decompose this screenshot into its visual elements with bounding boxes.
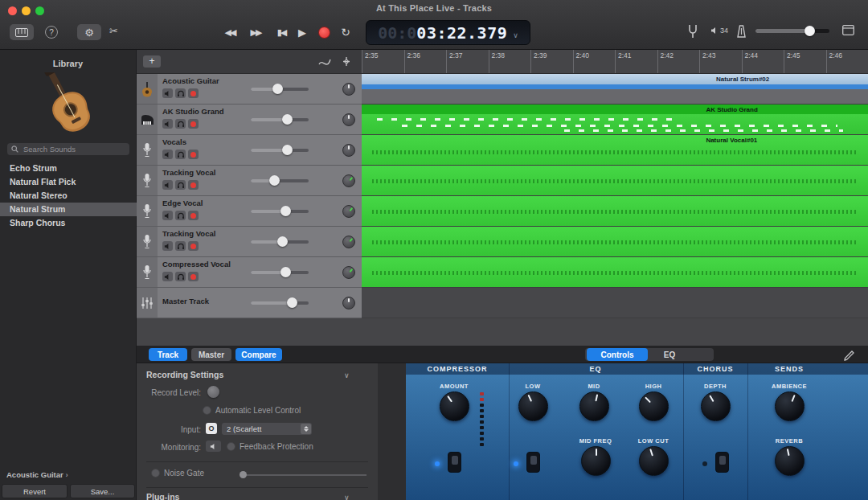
- mute-button[interactable]: [162, 119, 173, 129]
- track-header-tracking-vocal-2[interactable]: Tracking Vocal: [137, 227, 362, 257]
- lcd-display[interactable]: 00:003:22.379 ∨: [366, 20, 530, 45]
- empty-track-area[interactable]: [137, 318, 868, 346]
- record-level-knob[interactable]: [207, 386, 219, 398]
- mixer-icon[interactable]: [318, 56, 331, 67]
- go-to-beginning-button[interactable]: ▮◀: [272, 23, 291, 42]
- auto-level-checkbox[interactable]: [203, 406, 211, 415]
- pan-knob[interactable]: [342, 83, 355, 96]
- track-header-tracking-vocal[interactable]: Tracking Vocal: [137, 166, 362, 196]
- cycle-button[interactable]: ↻: [338, 23, 354, 42]
- eq-low-knob[interactable]: [518, 391, 548, 421]
- save-button[interactable]: Save...: [70, 484, 135, 498]
- region-body[interactable]: [362, 84, 868, 89]
- solo-button[interactable]: [175, 241, 186, 251]
- input-format-button[interactable]: O: [206, 423, 217, 434]
- help-button[interactable]: ?: [45, 26, 58, 39]
- noise-gate-thumb[interactable]: [240, 471, 247, 478]
- track-volume-slider[interactable]: [251, 271, 309, 274]
- pan-knob[interactable]: [342, 236, 355, 248]
- slider-thumb[interactable]: [287, 297, 297, 308]
- compressor-amount-knob[interactable]: [440, 391, 469, 421]
- solo-button[interactable]: [175, 211, 186, 220]
- library-item-echo-strum[interactable]: Echo Strum: [0, 162, 137, 175]
- mute-button[interactable]: [162, 241, 173, 251]
- library-search[interactable]: [7, 143, 129, 155]
- record-enable-button[interactable]: [188, 272, 199, 281]
- slider-thumb[interactable]: [269, 175, 280, 186]
- record-enable-button[interactable]: [188, 150, 199, 159]
- solo-button[interactable]: [175, 180, 186, 190]
- stepper-icon[interactable]: [301, 424, 311, 434]
- tab-compare[interactable]: Compare: [235, 348, 282, 361]
- chevron-down-icon[interactable]: ∨: [344, 371, 350, 379]
- record-enable-button[interactable]: [188, 211, 199, 220]
- input-source-select[interactable]: 2 (Scarlett: [222, 423, 312, 435]
- mute-button[interactable]: [162, 150, 173, 159]
- lane-compressed-vocal[interactable]: [362, 257, 868, 288]
- solo-button[interactable]: [175, 119, 186, 129]
- track-volume-slider[interactable]: [251, 179, 309, 182]
- track-header-master[interactable]: Master Track: [137, 288, 362, 318]
- track-volume-slider[interactable]: [251, 240, 309, 244]
- record-enable-button[interactable]: [188, 180, 199, 190]
- library-item-natural-flat-pick[interactable]: Natural Flat Pick: [0, 175, 137, 189]
- lane-vocals[interactable]: Natural Vocal#01: [362, 135, 868, 166]
- mute-button[interactable]: [162, 88, 173, 98]
- master-track-volume-slider[interactable]: [251, 301, 309, 305]
- lane-ak-studio-grand[interactable]: AK Studio Grand: [362, 105, 868, 135]
- lane-tracking-vocal-2[interactable]: [362, 227, 868, 257]
- pan-knob[interactable]: [342, 174, 355, 187]
- track-volume-slider[interactable]: [251, 118, 309, 121]
- chevron-down-icon[interactable]: ∨: [344, 494, 350, 500]
- library-item-sharp-chorus[interactable]: Sharp Chorus: [0, 216, 137, 230]
- tab-eq[interactable]: EQ: [651, 348, 688, 361]
- mute-button[interactable]: [162, 211, 173, 220]
- chorus-depth-knob[interactable]: [701, 391, 731, 421]
- track-header-acoustic-guitar[interactable]: Acoustic Guitar: [137, 74, 362, 105]
- search-input[interactable]: [22, 144, 118, 154]
- region-natural-strum[interactable]: Natural Strum#02: [362, 74, 868, 84]
- pan-knob[interactable]: [342, 297, 355, 309]
- revert-button[interactable]: Revert: [2, 484, 68, 498]
- slider-thumb[interactable]: [280, 206, 291, 216]
- pencil-icon[interactable]: [844, 350, 854, 361]
- library-item-natural-strum[interactable]: Natural Strum: [0, 203, 137, 216]
- notepad-button[interactable]: [842, 25, 854, 35]
- record-enable-button[interactable]: [188, 88, 199, 98]
- record-button[interactable]: [318, 27, 330, 39]
- record-enable-button[interactable]: [188, 241, 199, 251]
- record-enable-button[interactable]: [188, 119, 199, 129]
- feedback-protection-checkbox[interactable]: [227, 442, 235, 451]
- slider-thumb[interactable]: [280, 267, 291, 277]
- tuner-button[interactable]: [688, 24, 698, 39]
- automation-icon[interactable]: [341, 56, 352, 67]
- lane-tracking-vocal[interactable]: [362, 166, 868, 196]
- library-item-natural-stereo[interactable]: Natural Stereo: [0, 189, 137, 203]
- master-volume-slider[interactable]: [755, 29, 829, 33]
- add-track-button[interactable]: +: [143, 55, 161, 68]
- track-header-vocals[interactable]: Vocals: [137, 135, 362, 166]
- eq-mid-freq-knob[interactable]: [581, 446, 611, 476]
- tab-master[interactable]: Master: [191, 348, 231, 361]
- track-volume-slider[interactable]: [251, 210, 309, 213]
- pan-knob[interactable]: [342, 266, 355, 279]
- monitoring-button[interactable]: [206, 441, 221, 452]
- media-browser-button[interactable]: [10, 24, 34, 40]
- solo-button[interactable]: [175, 150, 186, 159]
- lane-master[interactable]: [362, 288, 868, 318]
- chorus-power-switch[interactable]: [715, 452, 729, 473]
- track-header-ak-studio-grand[interactable]: AK Studio Grand: [137, 105, 362, 135]
- sends-ambience-knob[interactable]: [775, 391, 805, 421]
- pan-knob[interactable]: [342, 144, 355, 157]
- lane-edge-vocal[interactable]: [362, 196, 868, 227]
- noise-gate-slider[interactable]: [241, 474, 366, 476]
- eq-power-switch[interactable]: [526, 452, 540, 473]
- mute-button[interactable]: [162, 272, 173, 281]
- noise-gate-checkbox[interactable]: [151, 469, 160, 477]
- slider-thumb[interactable]: [282, 114, 293, 125]
- slider-thumb[interactable]: [277, 236, 288, 247]
- lcd-mode-chevron-icon[interactable]: ∨: [513, 31, 518, 39]
- current-patch-breadcrumb[interactable]: Acoustic Guitar ›: [6, 470, 68, 479]
- eq-low-cut-knob[interactable]: [639, 446, 669, 476]
- pan-knob[interactable]: [342, 205, 355, 218]
